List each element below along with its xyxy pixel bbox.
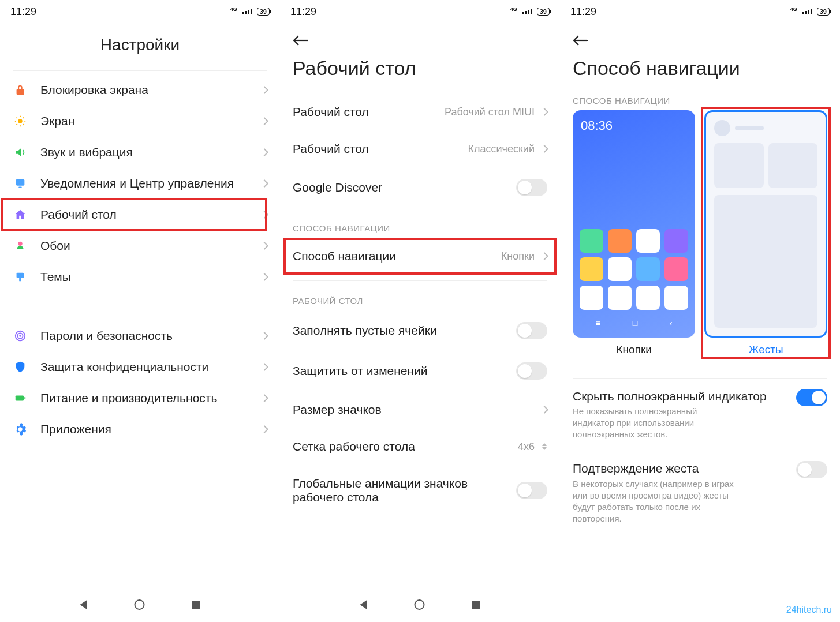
svg-point-16 (20, 335, 21, 336)
row-wallpaper[interactable]: Обои (0, 230, 280, 261)
toggle-confirm-gesture[interactable] (796, 461, 827, 478)
nav-recents-button[interactable] (192, 601, 200, 609)
row-label: Обои (40, 238, 249, 253)
nav-preview-gestures (704, 110, 827, 338)
row-launcher[interactable]: Рабочий стол Рабочий стол MIUI (293, 93, 547, 130)
android-nav-bar (280, 590, 560, 622)
row-discover[interactable]: Google Discover (293, 167, 547, 208)
nav-option-buttons[interactable]: 08:36 ≡□‹ Кнопки (573, 110, 696, 356)
row-home-screen[interactable]: Рабочий стол (0, 199, 280, 230)
status-bar: 11:29 4G 39 (0, 0, 280, 23)
chevron-right-icon (260, 242, 268, 250)
row-apps[interactable]: Приложения (0, 414, 280, 445)
status-right: 4G 39 (510, 8, 550, 16)
row-animations[interactable]: Глобальные анимации значков рабочего сто… (293, 465, 547, 516)
nav-option-label: Жесты (749, 343, 783, 356)
preview-time: 08:36 (581, 118, 613, 133)
back-button[interactable] (280, 23, 560, 53)
status-bar: 11:29 4G 39 (280, 0, 560, 23)
row-grid[interactable]: Сетка рабочего стола 4x6 (293, 428, 547, 465)
toggle-fill-empty[interactable] (516, 322, 547, 339)
lock-icon (13, 83, 28, 98)
row-confirm-gesture[interactable]: Подтверждение жеста В некоторых случаях … (573, 451, 827, 535)
row-privacy[interactable]: Защита конфиденциальности (0, 351, 280, 383)
row-battery[interactable]: Питание и производительность (0, 383, 280, 414)
battery-icon (13, 391, 28, 406)
preview-nav-buttons: ≡□‹ (580, 313, 689, 333)
android-nav-bar (0, 590, 280, 622)
nav-back-button[interactable] (80, 600, 87, 609)
row-sound[interactable]: Звук и вибрация (0, 137, 280, 168)
svg-rect-12 (17, 273, 24, 278)
row-label: Глобальные анимации значков рабочего сто… (293, 477, 484, 504)
settings-list-group-1: Блокировка экрана Экран Звук и вибрация (0, 71, 280, 296)
chevron-right-icon (540, 406, 548, 414)
nav-method-content: СПОСОБ НАВИГАЦИИ 08:36 ≡□‹ Кнопки (560, 93, 840, 535)
phone-screen-settings: 11:29 4G 39 Настройки Блокировка экрана (0, 0, 280, 622)
status-right: 4G 39 (790, 8, 830, 16)
network-gen: 4G (510, 6, 517, 12)
svg-rect-18 (24, 397, 25, 399)
setting-desc: В некоторых случаях (например в играх ил… (573, 478, 741, 525)
toggle-hide-indicator[interactable] (796, 389, 827, 406)
chevron-right-icon (540, 145, 548, 153)
svg-line-8 (23, 117, 24, 118)
svg-rect-9 (16, 179, 25, 186)
row-label: Защитить от изменений (293, 364, 509, 378)
page-title: Способ навигации (560, 53, 840, 93)
back-button[interactable] (560, 23, 840, 53)
nav-preview-buttons: 08:36 ≡□‹ (573, 110, 696, 338)
row-label: Блокировка экрана (40, 83, 249, 97)
nav-option-gestures[interactable]: Жесты (704, 110, 827, 356)
nav-method-options: 08:36 ≡□‹ Кнопки (573, 110, 827, 361)
row-label: Способ навигации (293, 249, 494, 263)
row-style[interactable]: Рабочий стол Классический (293, 130, 547, 167)
nav-recents-button[interactable] (472, 601, 480, 609)
row-label: Защита конфиденциальности (40, 359, 249, 374)
status-time: 11:29 (290, 6, 316, 18)
fingerprint-icon (13, 328, 28, 343)
row-label: Сетка рабочего стола (293, 440, 511, 454)
row-notifications[interactable]: Уведомления и Центр управления (0, 168, 280, 199)
toggle-discover[interactable] (516, 179, 547, 196)
nav-home-button[interactable] (414, 599, 424, 610)
row-value: Классический (468, 143, 535, 155)
row-lock-layout[interactable]: Защитить от изменений (293, 351, 547, 391)
nav-home-button[interactable] (134, 599, 144, 610)
svg-point-11 (18, 242, 22, 246)
row-nav-method[interactable]: Способ навигации Кнопки (293, 238, 547, 275)
toggle-lock-layout[interactable] (516, 362, 547, 380)
speaker-icon (13, 145, 28, 160)
battery-icon: 39 (257, 8, 270, 16)
row-label: Темы (40, 269, 249, 284)
chevron-right-icon (260, 332, 268, 340)
row-display[interactable]: Экран (0, 106, 280, 137)
chevron-right-icon (260, 211, 268, 219)
row-label: Уведомления и Центр управления (40, 176, 249, 190)
toggle-animations[interactable] (516, 482, 547, 499)
row-hide-indicator[interactable]: Скрыть полноэкранный индикатор Не показы… (573, 379, 827, 451)
stepper-icon[interactable] (542, 443, 547, 450)
row-lockscreen[interactable]: Блокировка экрана (0, 74, 280, 106)
chevron-right-icon (260, 148, 268, 156)
row-themes[interactable]: Темы (0, 261, 280, 293)
nav-back-button[interactable] (360, 600, 367, 609)
home-settings-list: Рабочий стол Рабочий стол MIUI Рабочий с… (280, 93, 560, 516)
svg-line-6 (23, 124, 24, 125)
section-nav-method: СПОСОБ НАВИГАЦИИ (573, 93, 827, 110)
page-title: Рабочий стол (280, 53, 560, 93)
shield-icon (13, 359, 28, 374)
status-right: 4G 39 (230, 8, 270, 16)
page-title: Настройки (0, 23, 280, 70)
svg-rect-13 (19, 278, 21, 282)
row-fill-empty[interactable]: Заполнять пустые ячейки (293, 310, 547, 351)
row-passwords[interactable]: Пароли и безопасность (0, 320, 280, 351)
gear-icon (13, 422, 28, 437)
signal-icon (242, 9, 252, 14)
battery-icon: 39 (817, 8, 830, 16)
network-gen: 4G (230, 6, 237, 12)
row-label: Рабочий стол (293, 142, 461, 156)
row-icon-size[interactable]: Размер значков (293, 391, 547, 428)
settings-list-group-2: Пароли и безопасность Защита конфиденциа… (0, 317, 280, 448)
signal-icon (802, 9, 812, 14)
